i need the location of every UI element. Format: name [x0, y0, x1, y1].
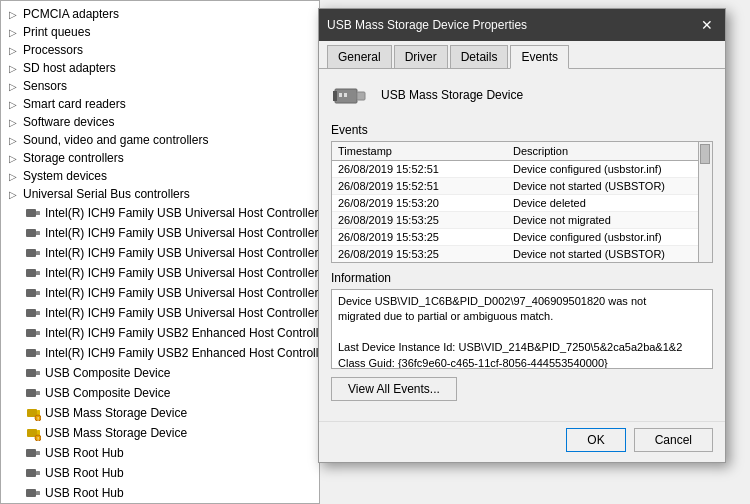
event-row[interactable]: 26/08/2019 15:52:51Device configured (us…: [332, 161, 712, 178]
expand-icon: ▷: [9, 135, 19, 146]
events-section-label: Events: [331, 123, 713, 137]
device-list-item[interactable]: Intel(R) ICH9 Family USB Universal Host …: [1, 203, 319, 223]
device-list-item[interactable]: USB Root Hub: [1, 463, 319, 483]
svg-rect-30: [26, 469, 36, 477]
events-scrollbar-track[interactable]: [698, 142, 712, 262]
tab-driver[interactable]: Driver: [394, 45, 448, 68]
device-item-label: USB Root Hub: [45, 446, 124, 460]
svg-rect-13: [36, 331, 40, 335]
usb-device-icon: [25, 385, 41, 401]
events-scrollbar-thumb[interactable]: [700, 144, 710, 164]
device-list-item[interactable]: !USB Mass Storage Device: [1, 403, 319, 423]
device-item-label: USB Mass Storage Device: [45, 426, 187, 440]
expand-icon: ▷: [9, 63, 19, 74]
svg-rect-1: [36, 211, 40, 215]
dialog-title-bar: USB Mass Storage Device Properties ✕: [319, 9, 725, 41]
svg-rect-15: [36, 351, 40, 355]
device-item-label: Software devices: [23, 115, 114, 129]
expand-icon: ▷: [9, 27, 19, 38]
svg-rect-14: [26, 349, 36, 357]
device-list-item[interactable]: Intel(R) ICH9 Family USB2 Enhanced Host …: [1, 343, 319, 363]
information-box: Device USB\VID_1C6B&PID_D002\97_40690950…: [331, 289, 713, 369]
svg-rect-12: [26, 329, 36, 337]
event-timestamp: 26/08/2019 15:52:51: [332, 178, 507, 195]
ok-button[interactable]: OK: [566, 428, 625, 452]
device-list-item[interactable]: Intel(R) ICH9 Family USB Universal Host …: [1, 263, 319, 283]
event-row[interactable]: 26/08/2019 15:53:25Device configured (us…: [332, 229, 712, 246]
tab-events[interactable]: Events: [510, 45, 569, 69]
event-row[interactable]: 26/08/2019 15:52:51Device not started (U…: [332, 178, 712, 195]
svg-rect-6: [26, 269, 36, 277]
device-list-item[interactable]: !USB Mass Storage Device: [1, 423, 319, 443]
tab-details[interactable]: Details: [450, 45, 509, 68]
usb-device-icon: [25, 345, 41, 361]
event-description: Device not started (USBSTOR): [507, 246, 712, 263]
device-item-label: Intel(R) ICH9 Family USB Universal Host …: [45, 206, 319, 220]
device-list-item[interactable]: ▷Processors: [1, 41, 319, 59]
svg-rect-4: [26, 249, 36, 257]
dialog-device-name: USB Mass Storage Device: [381, 88, 523, 102]
device-item-label: Smart card readers: [23, 97, 126, 111]
svg-rect-2: [26, 229, 36, 237]
expand-icon: ▷: [9, 153, 19, 164]
device-list[interactable]: ▷PCMCIA adapters▷Print queues▷Processors…: [1, 1, 319, 503]
usb-device-icon: [25, 265, 41, 281]
device-item-label: Intel(R) ICH9 Family USB Universal Host …: [45, 306, 319, 320]
usb-device-icon: !: [25, 425, 41, 441]
device-item-label: Universal Serial Bus controllers: [23, 187, 190, 201]
device-list-item[interactable]: ▷Smart card readers: [1, 95, 319, 113]
device-item-label: Storage controllers: [23, 151, 124, 165]
device-list-item[interactable]: ▷PCMCIA adapters: [1, 5, 319, 23]
device-list-item[interactable]: Intel(R) ICH9 Family USB Universal Host …: [1, 303, 319, 323]
device-list-item[interactable]: Intel(R) ICH9 Family USB Universal Host …: [1, 243, 319, 263]
event-description: Device not started (USBSTOR): [507, 178, 712, 195]
svg-rect-39: [357, 92, 365, 100]
device-list-item[interactable]: Intel(R) ICH9 Family USB2 Enhanced Host …: [1, 323, 319, 343]
device-list-item[interactable]: Intel(R) ICH9 Family USB Universal Host …: [1, 223, 319, 243]
svg-rect-32: [26, 489, 36, 497]
svg-rect-33: [36, 491, 40, 495]
svg-rect-40: [333, 91, 337, 101]
svg-rect-41: [339, 93, 342, 97]
svg-rect-11: [36, 311, 40, 315]
event-row[interactable]: 26/08/2019 15:53:25Device not migrated: [332, 212, 712, 229]
svg-rect-18: [26, 389, 36, 397]
col-timestamp: Timestamp: [332, 142, 507, 161]
expand-icon: ▷: [9, 189, 19, 200]
cancel-button[interactable]: Cancel: [634, 428, 713, 452]
device-list-item[interactable]: USB Root Hub: [1, 483, 319, 503]
device-header: USB Mass Storage Device: [331, 79, 713, 111]
tab-general[interactable]: General: [327, 45, 392, 68]
event-row[interactable]: 26/08/2019 15:53:20Device deleted: [332, 195, 712, 212]
dialog-close-button[interactable]: ✕: [697, 15, 717, 35]
device-item-label: Processors: [23, 43, 83, 57]
device-item-label: Sensors: [23, 79, 67, 93]
device-list-item[interactable]: USB Composite Device: [1, 363, 319, 383]
device-list-item[interactable]: ▷Software devices: [1, 113, 319, 131]
device-list-item[interactable]: USB Composite Device: [1, 383, 319, 403]
events-table-scroll[interactable]: Timestamp Description 26/08/2019 15:52:5…: [332, 142, 712, 262]
device-list-item[interactable]: ▷System devices: [1, 167, 319, 185]
device-list-item[interactable]: ▷SD host adapters: [1, 59, 319, 77]
event-row[interactable]: 26/08/2019 15:53:25Device not started (U…: [332, 246, 712, 263]
svg-rect-31: [36, 471, 40, 475]
usb-device-icon: [25, 465, 41, 481]
expand-icon: ▷: [9, 117, 19, 128]
device-list-item[interactable]: ▷Storage controllers: [1, 149, 319, 167]
dialog-title: USB Mass Storage Device Properties: [327, 18, 527, 32]
device-list-item[interactable]: USB Root Hub: [1, 443, 319, 463]
expand-icon: ▷: [9, 81, 19, 92]
device-list-item[interactable]: ▷Print queues: [1, 23, 319, 41]
device-list-item[interactable]: ▷Sound, video and game controllers: [1, 131, 319, 149]
device-list-item[interactable]: ▷Universal Serial Bus controllers: [1, 185, 319, 203]
view-all-events-button[interactable]: View All Events...: [331, 377, 457, 401]
usb-device-icon: [25, 305, 41, 321]
usb-device-icon: [25, 225, 41, 241]
device-list-item[interactable]: ▷Sensors: [1, 77, 319, 95]
device-item-label: USB Mass Storage Device: [45, 406, 187, 420]
device-list-item[interactable]: Intel(R) ICH9 Family USB Universal Host …: [1, 283, 319, 303]
device-item-label: Print queues: [23, 25, 90, 39]
device-item-label: USB Composite Device: [45, 386, 170, 400]
usb-drive-icon: [333, 81, 369, 109]
svg-rect-0: [26, 209, 36, 217]
